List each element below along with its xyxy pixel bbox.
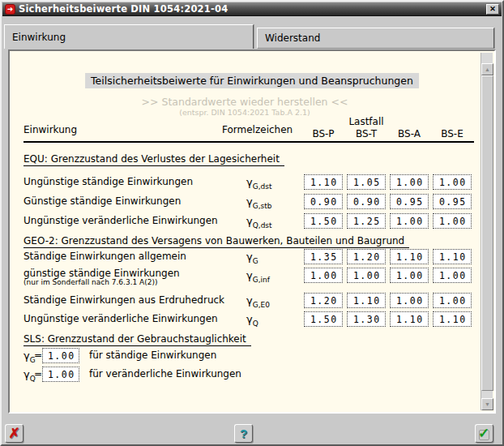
row-label: Ständige Einwirkungen allgemein [23,249,186,264]
factor-input[interactable] [304,311,343,327]
factor-input[interactable] [304,194,343,209]
factor-input[interactable] [390,311,429,327]
factor-input[interactable] [347,311,386,327]
row-symbol: γQ [246,311,258,332]
factor-input[interactable] [42,348,79,363]
row-label: Ungünstige ständige Einwirkungen [23,174,193,190]
content-panel: Teilsicherheitsbeiwerte für Einwirkungen… [8,49,496,414]
factor-input[interactable] [347,249,386,264]
row-symbol: γG,inf [246,268,270,288]
header-divider [23,141,474,143]
ok-checkmark-icon: ✓ [478,425,489,443]
column-header-bsa: BS-A [390,128,429,139]
factor-input[interactable] [433,174,472,190]
chevron-up-icon: ▲ [485,66,490,72]
scrollbar-thumb[interactable] [481,75,493,391]
row-note: (nur im Sonderfall nach 7.6.3.1 A(2)) [23,278,158,286]
table-row: Günstige ständige Einwirkungen γG,stb [10,194,494,209]
restore-defaults-note: (entspr. DIN 1054:2021 Tab.A 2.1) [10,108,480,117]
column-header-einwirkung: Einwirkung [23,124,77,135]
factor-input[interactable] [304,174,343,190]
section-title-geo2: GEO-2: Grenzzustand des Versagens von Ba… [23,235,409,248]
row-label: Günstige ständige Einwirkungen [23,194,181,209]
column-header-bse: BS-E [433,128,472,139]
app-arrow-icon: ➜ [5,4,15,15]
vertical-scrollbar[interactable]: ▲ ▼ [481,53,493,410]
row-symbol: γG,stb [246,194,271,214]
help-button[interactable]: ? [234,424,253,443]
equals-sign: = [34,367,42,382]
cancel-button[interactable]: ✗ [5,424,23,443]
help-question-icon: ? [240,427,247,440]
row-symbol: γQ,dst [246,213,272,234]
column-header-bsp: BS-P [304,128,343,139]
page-title: Teilsicherheitsbeiwerte für Einwirkungen… [85,73,419,88]
dialog-window: ➜ Sicherheitsbeiwerte DIN 1054:2021-04 ✕… [0,0,504,446]
close-button[interactable]: ✕ [486,4,499,15]
cancel-x-icon: ✗ [8,426,19,441]
factor-input[interactable] [304,249,343,264]
factor-input[interactable] [433,268,472,283]
scroll-up-button[interactable]: ▲ [481,63,493,75]
restore-defaults-link[interactable]: >> Standardwerte wieder herstellen << [10,96,480,108]
row-label: für ständige Einwirkungen [89,348,216,363]
factor-input[interactable] [390,213,429,229]
column-header-lastfall: Lastfall [347,116,386,127]
factor-input[interactable] [347,268,386,283]
row-label: Ständige Einwirkungen aus Erdruhedruck [23,293,224,308]
section-title-sls: SLS: Grenzzustand der Gebrauchstauglichk… [23,333,251,346]
factor-input[interactable] [390,174,429,190]
scroll-down-button[interactable]: ▼ [481,398,493,410]
table-row: Ungünstige ständige Einwirkungen γG,dst [10,174,494,190]
factor-input[interactable] [433,213,472,229]
table-row: günstige ständige Einwirkungen (nur im S… [10,268,494,289]
table-row: Ungünstige veränderliche Einwirkungen γQ… [10,213,494,229]
table-row: Ungünstige veränderliche Einwirkungen γQ [10,311,494,327]
chevron-down-icon: ▼ [485,401,490,407]
factor-input[interactable] [347,293,386,308]
factor-input[interactable] [390,293,429,308]
column-header-bst: BS-T [347,128,386,139]
row-label: für veränderliche Einwirkungen [89,367,241,382]
row-label: Ungünstige veränderliche Einwirkungen [23,311,218,327]
factor-input[interactable] [433,194,472,209]
row-symbol: γG,E0 [246,293,270,313]
factor-input[interactable] [347,194,386,209]
factor-input[interactable] [304,268,343,283]
factor-input[interactable] [347,174,386,190]
factor-input[interactable] [433,249,472,264]
table-row: Ständige Einwirkungen allgemein γG [10,249,494,264]
factor-input[interactable] [42,367,79,382]
factor-input[interactable] [433,311,472,327]
tab-einwirkung[interactable]: Einwirkung [4,24,254,49]
factor-input[interactable] [304,293,343,308]
equals-sign: = [34,348,42,363]
tab-widerstand[interactable]: Widerstand [257,28,494,49]
factor-input[interactable] [390,249,429,264]
row-symbol: γG,dst [246,174,271,195]
row-symbol: γG [246,249,258,269]
column-header-formelzeichen: Formelzeichen [222,124,293,135]
row-label: Ungünstige veränderliche Einwirkungen [23,213,218,229]
window-title: Sicherheitsbeiwerte DIN 1054:2021-04 [19,3,228,15]
factor-input[interactable] [347,213,386,229]
factor-input[interactable] [390,268,429,283]
section-title-equ: EQU: Grenzzustand des Verlustes der Lage… [23,153,284,166]
table-row: Ständige Einwirkungen aus Erdruhedruck γ… [10,293,494,308]
ok-button[interactable]: ✓ [475,424,493,443]
factor-input[interactable] [433,293,472,308]
sls-row: γQ = für veränderliche Einwirkungen [10,367,494,382]
factor-input[interactable] [304,213,343,229]
titlebar: ➜ Sicherheitsbeiwerte DIN 1054:2021-04 ✕ [2,2,502,16]
factor-input[interactable] [390,194,429,209]
sls-row: γG = für ständige Einwirkungen [10,348,494,363]
